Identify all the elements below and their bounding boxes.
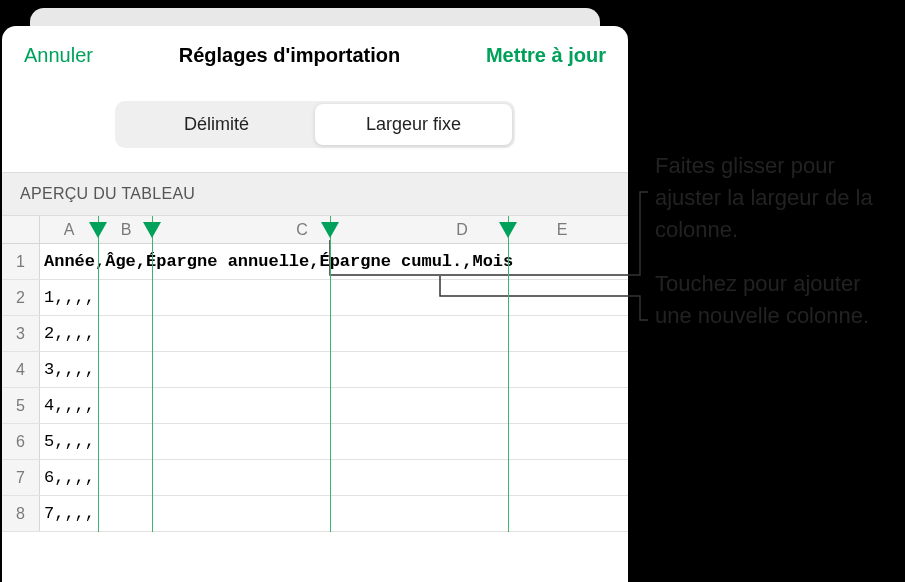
column-handle-icon[interactable] [143, 222, 161, 238]
annotation-tap: Touchez pour ajouter une nouvelle colonn… [655, 268, 895, 332]
column-separator[interactable] [330, 216, 331, 532]
annotation-drag: Faites glisser pour ajuster la largeur d… [655, 150, 895, 246]
column-separator[interactable] [152, 216, 153, 532]
column-handle-icon[interactable] [499, 222, 517, 238]
cell-content[interactable]: 3,,,, [40, 352, 628, 387]
cell-content[interactable]: 5,,,, [40, 424, 628, 459]
segment-delimited[interactable]: Délimité [118, 104, 315, 145]
row-header[interactable]: 7 [2, 460, 40, 495]
table-row: 87,,,, [2, 496, 628, 532]
row-header[interactable]: 2 [2, 280, 40, 315]
column-handle-icon[interactable] [89, 222, 107, 238]
cell-content[interactable]: 6,,,, [40, 460, 628, 495]
column-label-c[interactable]: C [212, 216, 392, 243]
table-preview: ABCDE 1Année,Âge,Épargne annuelle,Épargn… [2, 216, 628, 532]
row-header[interactable]: 3 [2, 316, 40, 351]
segmented-control: Délimité Largeur fixe [115, 101, 515, 148]
row-header[interactable]: 4 [2, 352, 40, 387]
cell-content[interactable]: 2,,,, [40, 316, 628, 351]
update-button[interactable]: Mettre à jour [486, 44, 606, 67]
cell-content[interactable]: 4,,,, [40, 388, 628, 423]
cancel-button[interactable]: Annuler [24, 44, 93, 67]
row-header[interactable]: 1 [2, 244, 40, 279]
cell-content[interactable]: Année,Âge,Épargne annuelle,Épargne cumul… [40, 244, 628, 279]
table-row: 76,,,, [2, 460, 628, 496]
column-label-e[interactable]: E [532, 216, 592, 243]
row-header[interactable]: 8 [2, 496, 40, 531]
corner-cell [2, 216, 40, 244]
nav-bar: Annuler Réglages d'importation Mettre à … [2, 26, 628, 85]
table-row: 54,,,, [2, 388, 628, 424]
column-separator[interactable] [508, 216, 509, 532]
table-row: 43,,,, [2, 352, 628, 388]
table-row: 21,,,, [2, 280, 628, 316]
cell-content[interactable]: 1,,,, [40, 280, 628, 315]
row-header[interactable]: 5 [2, 388, 40, 423]
data-rows: 1Année,Âge,Épargne annuelle,Épargne cumu… [2, 244, 628, 532]
annotations: Faites glisser pour ajuster la largeur d… [655, 150, 895, 353]
page-title: Réglages d'importation [179, 44, 400, 67]
table-row: 32,,,, [2, 316, 628, 352]
import-settings-sheet: Annuler Réglages d'importation Mettre à … [2, 26, 628, 582]
section-header-preview: APERÇU DU TABLEAU [2, 172, 628, 216]
table-row: 1Année,Âge,Épargne annuelle,Épargne cumu… [2, 244, 628, 280]
column-separator[interactable] [98, 216, 99, 532]
table-row: 65,,,, [2, 424, 628, 460]
segment-fixed-width[interactable]: Largeur fixe [315, 104, 512, 145]
column-handle-icon[interactable] [321, 222, 339, 238]
cell-content[interactable]: 7,,,, [40, 496, 628, 531]
row-header[interactable]: 6 [2, 424, 40, 459]
